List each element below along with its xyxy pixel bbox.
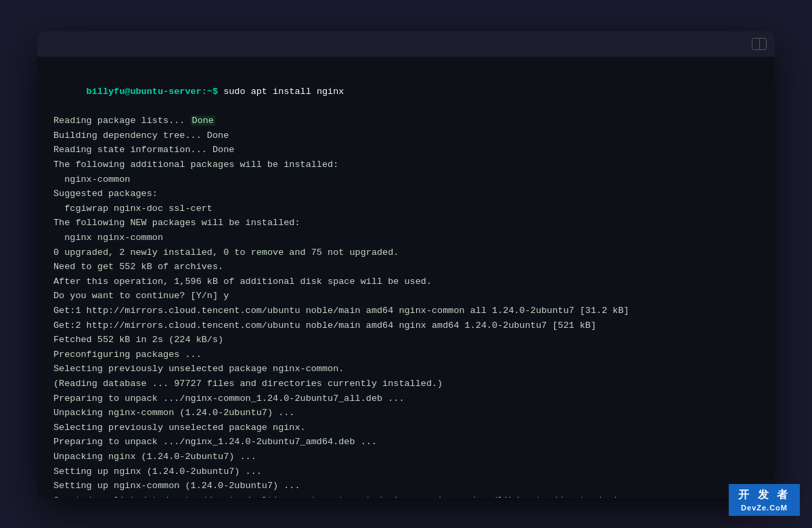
terminal-line: Selecting previously unselected package … [53,421,759,435]
terminal-line: Unpacking nginx-common (1.24.0-2ubuntu7)… [53,406,759,421]
terminal-line: Get:1 http://mirrors.cloud.tencent.com/u… [53,304,759,318]
terminal-line: nginx nginx-common [53,231,759,245]
terminal-window: billyfu@ubuntu-server:~$ sudo apt instal… [37,31,775,498]
terminal-titlebar [37,31,775,57]
terminal-line: fcgiwrap nginx-doc ssl-cert [53,201,759,216]
terminal-line: Need to get 552 kB of archives. [53,260,759,274]
terminal-line: Reading state information... Done [53,143,759,158]
command: sudo apt install nginx [223,87,344,97]
terminal-line: Building dependency tree... Done [53,128,759,143]
terminal-line: Get:2 http://mirrors.cloud.tencent.com/u… [53,318,759,333]
terminal-line: Fetched 552 kB in 2s (224 kB/s) [53,333,759,347]
terminal-body[interactable]: billyfu@ubuntu-server:~$ sudo apt instal… [37,57,775,498]
terminal-line: 0 upgraded, 2 newly installed, 0 to remo… [53,245,759,260]
terminal-line: Setting up nginx-common (1.24.0-2ubuntu7… [53,479,759,494]
terminal-line: (Reading database ... 97727 files and di… [53,377,759,391]
terminal-line: The following NEW packages will be insta… [53,216,759,231]
terminal-line: billyfu@ubuntu-server:~$ sudo apt instal… [53,70,759,114]
terminal-line: Reading package lists... Done [53,114,759,128]
terminal-line: The following additional packages will b… [53,158,759,172]
terminal-line: Suggested packages: [53,187,759,201]
terminal-line: Preparing to unpack .../nginx-common_1.2… [53,391,759,406]
terminal-line: Preparing to unpack .../nginx_1.24.0-2ub… [53,435,759,450]
watermark-domain: DevZe.CoM [738,504,790,512]
terminal-line: nginx-common [53,172,759,187]
terminal-line: Created symlink /etc/systemd/system/mult… [53,494,759,498]
terminal-line: Setting up nginx (1.24.0-2ubuntu7) ... [53,464,759,479]
terminal-line: Do you want to continue? [Y/n] y [53,289,759,304]
prompt: billyfu@ubuntu-server:~$ [87,87,224,97]
watermark: 开 发 者 DevZe.CoM [729,484,800,516]
terminal-line: Unpacking nginx (1.24.0-2ubuntu7) ... [53,450,759,464]
terminal-line: After this operation, 1,596 kB of additi… [53,274,759,289]
terminal-line: Selecting previously unselected package … [53,362,759,377]
watermark-chinese: 开 发 者 [738,488,790,502]
split-view-icon[interactable] [752,38,767,50]
terminal-line: Preconfiguring packages ... [53,347,759,362]
